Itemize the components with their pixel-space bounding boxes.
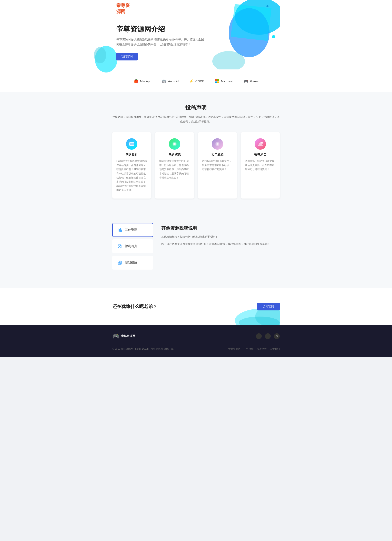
cta-inner: 还在犹豫什么呢老弟？ 访问官网 <box>112 303 280 310</box>
android-icon: 🤖 <box>161 79 166 84</box>
card-desc-source: 源码投稿要详细说明PHP版本，数据库版本，打包源码还是安装程序，源码内带有本站链… <box>159 159 190 180</box>
hero-inner: 帝尊资源网介绍 帝尊资源网提供最新游戏辅助,电影抢先看,qq软件等。努力打造为全… <box>112 8 280 60</box>
platform-list: 🍎 MacApp 🤖 Android ⚡ CODE Microsoft 🎮 <box>112 79 280 84</box>
game-crack-icon <box>117 260 123 265</box>
tab-welfare-label: 福利写真 <box>125 244 137 248</box>
svg-rect-16 <box>130 143 134 143</box>
svg-rect-12 <box>215 82 217 83</box>
svg-rect-10 <box>215 79 217 81</box>
card-desc-news: 游戏资讯，活动资讯需要保证活动真实性，截图带有本站标记，可获得奖励！ <box>245 159 276 171</box>
hero-description: 帝尊资源网提供最新游戏辅助,电影抢先看,qq软件等。努力打造为全国网络爱好者提供… <box>116 37 206 47</box>
card-title-source: 网站源码 <box>159 153 190 157</box>
card-desc-tutorial: 教程投稿必须是视频文件，视频内带有本站版权标识，可获得投稿红包奖励！ <box>202 159 233 171</box>
copyright-text: © 2019 帝尊资源网 / henry DiZun · 帝尊资源网-资源下载 <box>112 347 174 351</box>
card-title-software: 网络软件 <box>116 153 147 157</box>
footer-social: f t G <box>256 333 280 339</box>
contribution-title: 投稿声明 <box>112 104 280 111</box>
platform-strip: 🍎 MacApp 🤖 Android ⚡ CODE Microsoft 🎮 <box>0 73 392 92</box>
platform-label-code: CODE <box>195 79 204 83</box>
contribution-section: 投稿声明 投稿之前，请自查可用性，复杂的请使用录屏软件进行录屏教程，活动投稿请保… <box>0 92 392 211</box>
footer-inner: 🎮 帝尊资源网 f t G © 2019 帝尊资源网 / henry DiZun… <box>112 333 280 351</box>
social-twitter[interactable]: t <box>265 333 271 339</box>
svg-point-31 <box>119 262 120 263</box>
platform-item-microsoft[interactable]: Microsoft <box>214 79 233 84</box>
card-icon-source <box>169 138 180 150</box>
svg-rect-27 <box>121 229 122 232</box>
microsoft-icon <box>214 79 219 84</box>
footer-logo: 🎮 帝尊资源网 <box>112 333 135 340</box>
other-resources-icon <box>117 227 123 233</box>
social-facebook[interactable]: f <box>256 333 262 339</box>
card-title-tutorial: 实用教程 <box>202 153 233 157</box>
card-news: 资讯相关 游戏资讯，活动资讯需要保证活动真实性，截图带有本站标记，可获得奖励！ <box>241 132 280 198</box>
platform-item-android[interactable]: 🤖 Android <box>161 79 179 84</box>
platform-item-game[interactable]: 🎮 Game <box>244 79 258 84</box>
card-desc-software: PC端软件带有帝尊资源网标识网站链接，点击弹窗等可获得投稿红包！APP投稿带有本… <box>116 159 147 192</box>
svg-point-32 <box>235 308 280 325</box>
cta-section: 还在犹豫什么呢老弟？ 访问官网 <box>0 288 392 325</box>
other-description: 其他资源投稿说明 其他资源板块可投稿包括（电影/游戏助手/爆料） 以上只在帝尊资… <box>161 223 280 246</box>
game-icon: 🎮 <box>244 79 248 84</box>
footer-divider <box>112 344 280 344</box>
platform-label-android: Android <box>168 79 179 83</box>
footer-links: 帝尊资源网 广告合作 发展历程 关于我们 <box>228 347 280 351</box>
tab-other-resources-label: 其他资源 <box>125 228 137 232</box>
other-text-1: 其他资源板块可投稿包括（电影/游戏助手/爆料） <box>161 234 280 239</box>
footer-bottom: © 2019 帝尊资源网 / henry DiZun · 帝尊资源网-资源下载 … <box>112 347 280 351</box>
card-software: 网络软件 PC端软件带有帝尊资源网标识网站链接，点击弹窗等可获得投稿红包！APP… <box>112 132 151 198</box>
svg-point-9 <box>94 47 106 63</box>
facebook-icon: f <box>258 335 259 338</box>
svg-point-34 <box>239 317 280 325</box>
macapp-icon: 🍎 <box>134 79 139 84</box>
hero-title: 帝尊资源网介绍 <box>116 25 206 34</box>
platform-label-microsoft: Microsoft <box>221 79 233 83</box>
platform-item-code[interactable]: ⚡ CODE <box>189 79 204 84</box>
footer-logo-text: 帝尊资源网 <box>121 334 135 338</box>
platform-label-macapp: MacApp <box>140 79 151 83</box>
hero-section: 帝尊资源网 帝尊资源网介绍 帝尊资源网提供最新游戏辅助,电影抢先看,qq软件等。… <box>0 0 392 73</box>
svg-rect-24 <box>118 228 119 232</box>
footer-link-history[interactable]: 发展历程 <box>257 347 267 351</box>
card-icon-news <box>255 138 266 150</box>
twitter-icon: t <box>268 335 268 338</box>
svg-point-23 <box>261 142 263 143</box>
tab-game-crack-label: 游戏破解 <box>125 260 137 265</box>
svg-rect-11 <box>217 79 219 81</box>
other-inner: 其他资源 福利写真 游 <box>112 223 280 272</box>
social-google[interactable]: G <box>274 333 280 339</box>
platform-item-macapp[interactable]: 🍎 MacApp <box>134 79 151 84</box>
cta-visit-button[interactable]: 访问官网 <box>257 303 280 310</box>
footer-link-home[interactable]: 帝尊资源网 <box>228 347 241 351</box>
tab-other-resources[interactable]: 其他资源 <box>112 223 153 237</box>
contribution-inner: 投稿声明 投稿之前，请自查可用性，复杂的请使用录屏软件进行录屏教程，活动投稿请保… <box>112 104 280 198</box>
google-icon: G <box>276 335 278 338</box>
card-source: 网站源码 源码投稿要详细说明PHP版本，数据库版本，打包源码还是安装程序，源码内… <box>155 132 194 198</box>
svg-point-18 <box>174 143 175 145</box>
cta-text: 还在犹豫什么呢老弟？ <box>112 303 157 310</box>
code-icon: ⚡ <box>189 79 194 84</box>
other-section-title: 其他资源投稿说明 <box>161 225 280 231</box>
platform-label-game: Game <box>250 79 258 83</box>
resource-tabs: 其他资源 福利写真 游 <box>112 223 153 272</box>
card-icon-tutorial <box>212 138 223 150</box>
welfare-icon <box>117 244 123 249</box>
svg-rect-26 <box>120 228 121 232</box>
tab-game-crack[interactable]: 游戏破解 <box>112 256 153 270</box>
card-icon-software <box>126 138 137 150</box>
card-title-news: 资讯相关 <box>245 153 276 157</box>
footer-link-about[interactable]: 关于我们 <box>270 347 280 351</box>
tab-welfare[interactable]: 福利写真 <box>112 239 153 253</box>
other-text-2: 以上只在帝尊资源网首发的可获得红包！带有本站标识，版权弹窗等，可获得高额红包奖励… <box>161 242 280 246</box>
card-tutorial: 实用教程 教程投稿必须是视频文件，视频内带有本站版权标识，可获得投稿红包奖励！ <box>198 132 237 198</box>
footer-top: 🎮 帝尊资源网 f t G <box>112 333 280 340</box>
hero-visit-button[interactable]: 访问官网 <box>116 53 138 60</box>
svg-rect-25 <box>119 229 120 232</box>
cards-grid: 网络软件 PC端软件带有帝尊资源网标识网站链接，点击弹窗等可获得投稿红包！APP… <box>112 132 280 198</box>
footer-link-advertising[interactable]: 广告合作 <box>244 347 253 351</box>
contribution-subtitle: 投稿之前，请自查可用性，复杂的请使用录屏软件进行录屏教程，活动投稿请保证活动真实… <box>112 114 280 124</box>
other-resources-section: 其他资源 福利写真 游 <box>0 211 392 288</box>
svg-rect-13 <box>217 82 219 83</box>
footer: 🎮 帝尊资源网 f t G © 2019 帝尊资源网 / henry DiZun… <box>0 325 392 357</box>
hero-content: 帝尊资源网介绍 帝尊资源网提供最新游戏辅助,电影抢先看,qq软件等。努力打造为全… <box>116 25 206 60</box>
